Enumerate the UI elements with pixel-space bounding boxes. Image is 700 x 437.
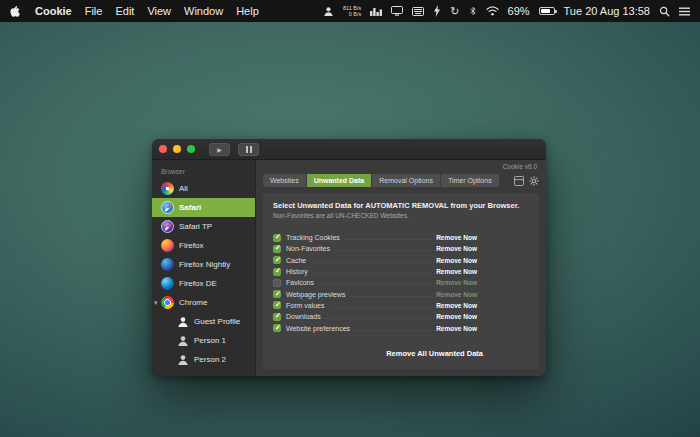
dotted-leader bbox=[319, 284, 431, 285]
menu-view[interactable]: View bbox=[147, 5, 171, 17]
bluetooth-icon[interactable] bbox=[469, 4, 477, 18]
list-item: History Remove Now bbox=[273, 266, 477, 277]
remove-now-button[interactable]: Remove Now bbox=[436, 291, 477, 298]
menu-bar-clock[interactable]: Tue 20 Aug 13:58 bbox=[564, 5, 650, 17]
dotted-leader bbox=[313, 273, 431, 274]
panel-subheading: Non-Favorites are all UN-CHECKED Website… bbox=[273, 212, 529, 219]
tab-unwanted-data[interactable]: Unwanted Data bbox=[306, 174, 372, 187]
refresh-icon[interactable]: ↻ bbox=[450, 4, 459, 18]
bolt-icon[interactable] bbox=[433, 4, 441, 18]
firefox-nightly-icon bbox=[161, 258, 174, 271]
sidebar-item-label: Person 1 bbox=[194, 336, 226, 345]
checkbox-history[interactable] bbox=[273, 268, 281, 276]
battery-icon[interactable] bbox=[539, 4, 555, 18]
row-label: History bbox=[286, 268, 308, 275]
control-center-icon[interactable] bbox=[679, 4, 690, 18]
pause-icon bbox=[246, 146, 252, 153]
sidebar-item-label: Guest Profile bbox=[194, 317, 240, 326]
menu-bar: Cookie File Edit View Window Help 811 B/… bbox=[0, 0, 700, 22]
minimize-button[interactable] bbox=[173, 145, 181, 153]
remove-now-button[interactable]: Remove Now bbox=[436, 302, 477, 309]
gear-icon[interactable] bbox=[529, 176, 539, 186]
checkbox-downloads[interactable] bbox=[273, 313, 281, 321]
remove-now-button[interactable]: Remove Now bbox=[436, 245, 477, 252]
dotted-leader bbox=[311, 262, 431, 263]
sidebar-item-firefox-de[interactable]: Firefox DE bbox=[152, 274, 255, 293]
dotted-leader bbox=[326, 318, 432, 319]
user-icon[interactable] bbox=[323, 4, 334, 18]
sidebar-item-label: Firefox bbox=[179, 241, 203, 250]
chrome-icon bbox=[161, 296, 174, 309]
list-item: Cache Remove Now bbox=[273, 255, 477, 266]
sidebar-item-person-1[interactable]: Person 1 bbox=[152, 331, 255, 350]
checkbox-form-values[interactable] bbox=[273, 301, 281, 309]
sidebar-item-safari-tp[interactable]: Safari TP bbox=[152, 217, 255, 236]
remove-now-button[interactable]: Remove Now bbox=[436, 313, 477, 320]
sidebar-item-all[interactable]: All bbox=[152, 179, 255, 198]
pause-removal-button[interactable] bbox=[238, 143, 259, 156]
sidebar-header: Browser bbox=[152, 166, 255, 179]
tab-websites[interactable]: Websites bbox=[263, 174, 306, 187]
remove-now-button[interactable]: Remove Now bbox=[436, 279, 477, 286]
menu-file[interactable]: File bbox=[85, 5, 103, 17]
remove-now-button[interactable]: Remove Now bbox=[436, 234, 477, 241]
list-item: Favicons Remove Now bbox=[273, 277, 477, 288]
sidebar-item-chrome[interactable]: ▾ Chrome bbox=[152, 293, 255, 312]
battery-percent: 69% bbox=[508, 5, 530, 17]
list-item: Webpage previews Remove Now bbox=[273, 288, 477, 299]
list-item: Downloads Remove Now bbox=[273, 311, 477, 322]
apple-menu[interactable] bbox=[10, 4, 22, 18]
chevron-down-icon[interactable]: ▾ bbox=[154, 299, 158, 306]
remove-now-button[interactable]: Remove Now bbox=[436, 257, 477, 264]
remove-all-unwanted-data-button[interactable]: Remove All Unwanted Data bbox=[386, 349, 483, 358]
row-label: Form values bbox=[286, 302, 325, 309]
network-stats[interactable]: 811 B/s 0 B/s bbox=[343, 5, 361, 17]
sidebar-item-safari[interactable]: Safari bbox=[152, 198, 255, 217]
checkbox-favicons[interactable] bbox=[273, 279, 281, 287]
wifi-icon[interactable] bbox=[486, 4, 499, 18]
sidebar-item-label: All bbox=[179, 184, 188, 193]
tab-timer-options[interactable]: Timer Options bbox=[440, 174, 499, 187]
panel-icon[interactable] bbox=[514, 176, 524, 186]
sidebar-item-person-2[interactable]: Person 2 bbox=[152, 350, 255, 369]
row-label: Downloads bbox=[286, 313, 321, 320]
tab-removal-options[interactable]: Removal Options bbox=[371, 174, 440, 187]
checkbox-cache[interactable] bbox=[273, 256, 281, 264]
search-icon[interactable] bbox=[659, 4, 670, 18]
menu-edit[interactable]: Edit bbox=[115, 5, 134, 17]
list-item: Form values Remove Now bbox=[273, 300, 477, 311]
dotted-leader bbox=[350, 296, 431, 297]
display-icon[interactable] bbox=[391, 4, 403, 18]
sidebar-item-guest-profile[interactable]: Guest Profile bbox=[152, 312, 255, 331]
zoom-button[interactable] bbox=[187, 145, 195, 153]
sidebar-item-firefox[interactable]: Firefox bbox=[152, 236, 255, 255]
checkbox-website-preferences[interactable] bbox=[273, 324, 281, 332]
close-button[interactable] bbox=[159, 145, 167, 153]
activity-icon[interactable] bbox=[370, 4, 382, 18]
checkbox-webpage-previews[interactable] bbox=[273, 290, 281, 298]
firefox-de-icon bbox=[161, 277, 174, 290]
menu-window[interactable]: Window bbox=[184, 5, 223, 17]
checkbox-non-favorites[interactable] bbox=[273, 245, 281, 253]
remove-now-button[interactable]: Remove Now bbox=[436, 268, 477, 275]
active-app-name[interactable]: Cookie bbox=[35, 5, 72, 17]
sidebar-item-label: Safari TP bbox=[179, 222, 212, 231]
person-icon bbox=[177, 316, 189, 328]
keyboard-icon[interactable] bbox=[412, 4, 424, 18]
tab-bar: Websites Unwanted Data Removal Options T… bbox=[263, 174, 539, 187]
person-icon bbox=[177, 354, 189, 366]
sidebar-item-label: Safari bbox=[179, 203, 201, 212]
safari-tp-icon bbox=[161, 220, 174, 233]
cookie-window: ▶ Browser All Safari Safari TP Firefox bbox=[152, 139, 546, 376]
sidebar-item-firefox-nightly[interactable]: Firefox Nightly bbox=[152, 255, 255, 274]
row-label: Webpage previews bbox=[286, 291, 345, 298]
safari-icon bbox=[161, 201, 174, 214]
menu-help[interactable]: Help bbox=[236, 5, 259, 17]
title-bar[interactable]: ▶ bbox=[152, 139, 546, 160]
sidebar-item-label: Chrome bbox=[179, 298, 207, 307]
remove-now-button[interactable]: Remove Now bbox=[436, 325, 477, 332]
start-removal-button[interactable]: ▶ bbox=[209, 143, 230, 156]
network-down: 0 B/s bbox=[349, 11, 362, 17]
checkbox-tracking-cookies[interactable] bbox=[273, 234, 281, 242]
list-item: Non-Favorites Remove Now bbox=[273, 243, 477, 254]
